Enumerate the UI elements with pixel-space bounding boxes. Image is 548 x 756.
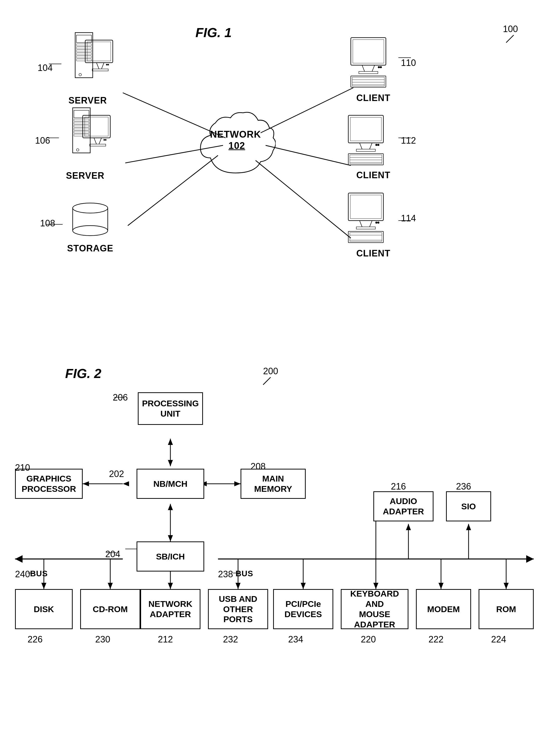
ref-216: 216 [391, 481, 406, 492]
ref-106: 106 [35, 135, 50, 146]
svg-marker-86 [168, 439, 173, 445]
svg-marker-92 [123, 481, 129, 486]
svg-line-41 [99, 138, 102, 144]
graphics-box: GRAPHICSPROCESSOR [15, 469, 83, 499]
server-104 [60, 30, 115, 96]
svg-rect-39 [85, 117, 108, 136]
disk-label: DISK [34, 604, 54, 614]
svg-rect-49 [351, 38, 386, 65]
fig1-title: FIG. 1 [196, 25, 232, 40]
svg-marker-117 [504, 583, 509, 589]
ref-114: 114 [401, 213, 416, 224]
ref-238-arrow [232, 571, 242, 576]
client-icon-114 [346, 191, 401, 246]
ref-100: 100 [503, 24, 518, 34]
svg-rect-31 [74, 119, 89, 121]
svg-point-46 [73, 226, 108, 236]
cdrom-box: CD-ROM [80, 589, 140, 629]
storage-108 [65, 201, 115, 242]
server-icon-106 [58, 105, 113, 170]
ref-108: 108 [40, 218, 55, 229]
network-cloud: NETWORK 102 [196, 108, 275, 179]
svg-point-44 [105, 139, 107, 141]
svg-rect-68 [348, 154, 383, 165]
svg-point-27 [106, 64, 108, 65]
svg-rect-56 [351, 76, 386, 87]
svg-line-40 [94, 138, 97, 144]
graphics-label: GRAPHICSPROCESSOR [22, 474, 76, 494]
svg-rect-23 [87, 42, 111, 61]
svg-rect-15 [76, 44, 92, 46]
fig2-title: FIG. 2 [65, 366, 101, 381]
svg-point-79 [377, 222, 379, 224]
client-112 [346, 113, 401, 169]
svg-marker-111 [301, 583, 306, 589]
svg-rect-29 [73, 108, 90, 153]
svg-marker-100 [526, 555, 534, 563]
svg-line-24 [97, 63, 99, 69]
svg-rect-14 [76, 35, 92, 43]
ref-112: 112 [401, 135, 416, 146]
svg-marker-90 [234, 481, 241, 486]
audio-label: AUDIOADAPTER [383, 496, 424, 517]
ref-230: 230 [95, 634, 110, 645]
ref-206-arrow [112, 394, 127, 401]
svg-point-66 [375, 144, 377, 146]
svg-rect-26 [92, 69, 108, 71]
ref-210: 210 [15, 462, 30, 473]
modem-box: MODEM [416, 589, 471, 629]
svg-point-37 [76, 149, 79, 151]
network-adapter-label: NETWORKADAPTER [148, 599, 193, 619]
svg-marker-95 [168, 504, 173, 510]
svg-line-64 [369, 143, 372, 149]
svg-rect-53 [359, 71, 378, 74]
keyboard-label: KEYBOARDANDMOUSEADAPTER [350, 589, 399, 629]
ref-224: 224 [491, 634, 506, 645]
client-icon-112 [346, 113, 401, 168]
processing-unit-label: PROCESSINGUNIT [142, 398, 199, 419]
fig1-diagram: FIG. 1 100 [0, 10, 548, 356]
svg-line-63 [359, 143, 362, 149]
label-server-104: SERVER [60, 95, 115, 106]
ref-212: 212 [158, 634, 173, 645]
ref-110: 110 [401, 58, 416, 68]
usb-box: USB ANDOTHERPORTS [208, 589, 268, 629]
ref-226: 226 [28, 634, 43, 645]
svg-point-21 [79, 73, 81, 76]
label-client-110: CLIENT [346, 93, 401, 103]
ref-236: 236 [456, 481, 471, 492]
pci-box: PCI/PCIeDEVICES [273, 589, 333, 629]
client-icon-110 [348, 35, 403, 90]
ref-220: 220 [361, 634, 376, 645]
svg-point-78 [375, 222, 377, 224]
svg-marker-109 [236, 583, 241, 589]
label-server-106: SERVER [58, 170, 113, 181]
label-client-112: CLIENT [346, 170, 401, 180]
sio-box: SIO [446, 491, 491, 521]
svg-rect-36 [74, 134, 89, 136]
svg-rect-61 [348, 115, 383, 143]
svg-rect-16 [76, 47, 92, 49]
ref-232: 232 [223, 634, 238, 645]
svg-point-28 [108, 64, 109, 65]
main-memory-box: MAINMEMORY [241, 469, 306, 499]
svg-marker-115 [438, 583, 443, 589]
svg-marker-103 [41, 583, 46, 589]
ref-208: 208 [251, 461, 266, 472]
nbmch-label: NB/MCH [153, 479, 188, 489]
svg-line-0 [506, 35, 514, 43]
main-memory-label: MAINMEMORY [254, 474, 292, 494]
ref-104: 104 [38, 63, 53, 73]
svg-rect-32 [74, 122, 89, 124]
ref-222: 222 [428, 634, 443, 645]
label-storage-108: STORAGE [65, 243, 115, 254]
nbmch-box: NB/MCH [137, 469, 204, 499]
ref-204-arrow [104, 549, 119, 556]
usb-label: USB ANDOTHERPORTS [219, 594, 257, 624]
server-icon-104 [60, 30, 115, 95]
svg-marker-93 [83, 481, 89, 486]
svg-line-75 [359, 221, 362, 227]
label-client-114: CLIENT [346, 248, 401, 259]
svg-rect-80 [348, 231, 383, 243]
svg-point-43 [104, 139, 105, 141]
